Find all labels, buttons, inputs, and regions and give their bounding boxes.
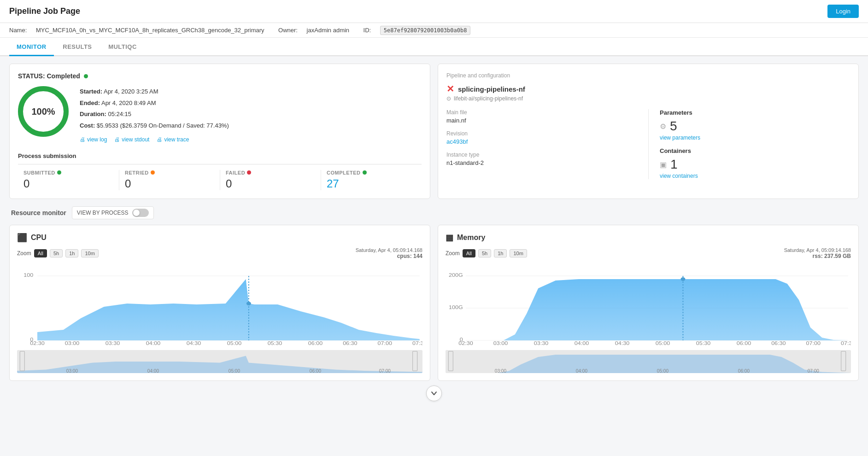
submitted-item: SUBMITTED 0 [18, 170, 119, 190]
mem-mini-x4: 06:00 [738, 368, 750, 373]
duration-row: Duration: 05:24:15 [80, 109, 422, 120]
status-row: 100% Started: Apr 4, 2020 3:25 AM Ended:… [18, 86, 422, 145]
stdout-icon: 🖨 [114, 134, 120, 145]
mem-x-0600: 06:00 [737, 341, 751, 346]
cpu-mini-svg: 03:00 04:00 05:00 06:00 07:00 [17, 350, 422, 373]
cpu-mini-x2: 04:00 [147, 368, 159, 373]
params-count: 5 [670, 119, 677, 134]
cpu-mini-x4: 06:00 [310, 368, 322, 373]
cpu-x-0700: 07:00 [378, 341, 392, 346]
memory-zoom-5h[interactable]: 5h [478, 249, 491, 257]
main-file-label: Main file [446, 109, 648, 116]
pipeline-meta-left: Main file main.nf Revision ac493bf Insta… [446, 109, 648, 179]
down-btn-row [9, 381, 859, 403]
cpu-zoom-10m[interactable]: 10m [81, 249, 98, 257]
view-log-link[interactable]: 🖨 view log [80, 134, 107, 145]
cpu-zoom-label: Zoom [17, 250, 31, 257]
completed-dot [363, 170, 367, 175]
params-section: Parameters ⚙ 5 view parameters Container… [648, 109, 850, 179]
failed-label: FAILED [226, 170, 315, 175]
failed-dot [247, 170, 251, 175]
cpu-zoom-all[interactable]: All [34, 249, 47, 257]
failed-value: 0 [226, 177, 315, 190]
resource-monitor-title: Resource monitor [11, 209, 66, 216]
view-parameters-link[interactable]: view parameters [660, 134, 850, 141]
mem-mini-x5: 07:00 [808, 368, 820, 373]
view-by-process-toggle[interactable]: VIEW BY PROCESS [72, 206, 154, 219]
ended-row: Ended: Apr 4, 2020 8:49 AM [80, 98, 422, 109]
view-containers-link[interactable]: view containers [660, 173, 850, 179]
retried-value: 0 [125, 177, 214, 190]
scroll-down-button[interactable] [426, 386, 442, 401]
memory-area [466, 279, 848, 340]
page-title: Pipeline Job Page [9, 6, 80, 16]
ended-label: Ended: [80, 99, 100, 106]
cpu-tooltip: Saturday, Apr 4, 05:09:14.168 cpus: 144 [356, 247, 422, 259]
status-card: STATUS: Completed 100% Started: Apr 4, 2… [9, 64, 430, 199]
cpu-area [37, 279, 420, 340]
toggle-switch[interactable] [132, 209, 149, 217]
cpu-main-svg: 100 0 [17, 263, 422, 346]
memory-icon: ▦ [446, 233, 453, 243]
view-stdout-link[interactable]: 🖨 view stdout [114, 134, 149, 145]
memory-zoom-1h[interactable]: 1h [494, 249, 507, 257]
owner-value: jaxAdmin admin [307, 27, 350, 34]
retried-label: RETRIED [125, 170, 214, 175]
memory-chart-controls: Zoom All 5h 1h 10m Saturday, Apr 4, 05:0… [446, 247, 851, 259]
memory-zoom-10m[interactable]: 10m [510, 249, 527, 257]
params-icon: ⚙ [660, 122, 666, 131]
nextflow-icon: ✕ [446, 83, 454, 94]
memory-zoom-all[interactable]: All [463, 249, 475, 257]
cpu-zoom-1h[interactable]: 1h [65, 249, 78, 257]
cpu-icon: ⬛ [17, 233, 27, 243]
cpu-x-0430: 04:30 [187, 341, 201, 346]
revision-link[interactable]: ac493bf [446, 138, 468, 145]
ps-title: Process submission [18, 152, 422, 159]
mem-x-0230: 02:30 [458, 341, 473, 346]
cpu-x-0530: 05:30 [268, 341, 282, 346]
started-label: Started: [80, 88, 102, 95]
mem-x-0330: 03:30 [534, 341, 548, 346]
meta-bar: Name: MYC_MCF10A_0h_vs_MYC_MCF10A_8h_rep… [0, 23, 868, 38]
mem-mini-x1: 03:00 [495, 368, 507, 373]
cpu-tooltip-date: Saturday, Apr 4, 05:09:14.168 [356, 247, 422, 253]
mem-x-0530: 05:30 [696, 341, 710, 346]
memory-main-svg: 200G 100G 0 [446, 263, 851, 346]
cpu-chart-card: ⬛ CPU Zoom All 5h 1h 10m Saturday, Apr 4… [9, 225, 430, 381]
cpu-x-0600: 06:00 [308, 341, 323, 346]
retried-item: RETRIED 0 [119, 170, 220, 190]
tab-monitor[interactable]: MONITOR [9, 38, 54, 56]
pipeline-subtitle: ⊙ lifebit-ai/splicing-pipelines-nf [446, 95, 850, 102]
cpu-x-0630: 06:30 [343, 341, 357, 346]
cpu-y-100: 100 [23, 273, 33, 278]
cost-label: Cost: [80, 122, 95, 129]
instance-label: Instance type [446, 152, 648, 158]
instance-item: Instance type n1-standard-2 [446, 152, 648, 166]
started-value: Apr 4, 2020 3:25 AM [104, 88, 158, 95]
mem-x-0630: 06:30 [771, 341, 786, 346]
cpu-mini-x3: 05:00 [229, 368, 240, 373]
view-trace-label: view trace [164, 134, 189, 145]
mem-mini-x3: 05:00 [657, 368, 669, 373]
tab-results[interactable]: RESULTS [55, 38, 99, 56]
memory-cursor-dot [680, 277, 685, 281]
cpu-zoom-5h[interactable]: 5h [50, 249, 63, 257]
main-file-value: main.nf [446, 117, 648, 124]
duration-value: 05:24:15 [108, 111, 131, 117]
cpu-x-0330: 03:30 [106, 341, 120, 346]
view-trace-link[interactable]: 🖨 view trace [157, 134, 189, 145]
cost-value: $5.9533 ($26.3759 On-Demand / Saved: 77.… [97, 122, 229, 129]
pipeline-url: lifebit-ai/splicing-pipelines-nf [454, 95, 523, 102]
memory-title-label: Memory [457, 234, 485, 242]
login-button[interactable]: Login [827, 5, 859, 18]
completed-value: 27 [327, 177, 416, 190]
memory-chart-card: ▦ Memory Zoom All 5h 1h 10m Saturday, Ap… [438, 225, 859, 381]
cpu-chart-svg-wrapper: 100 0 [17, 263, 422, 347]
revision-value: ac493bf [446, 138, 648, 145]
chevron-down-icon [431, 390, 437, 397]
charts-row: ⬛ CPU Zoom All 5h 1h 10m Saturday, Apr 4… [9, 225, 859, 381]
tab-multiqc[interactable]: MULTIQC [101, 38, 144, 56]
view-links: 🖨 view log 🖨 view stdout 🖨 view trace [80, 134, 422, 145]
pipeline-config-card: Pipeline and configuration ✕ splicing-pi… [438, 64, 859, 199]
mem-mini-x2: 04:00 [576, 368, 588, 373]
